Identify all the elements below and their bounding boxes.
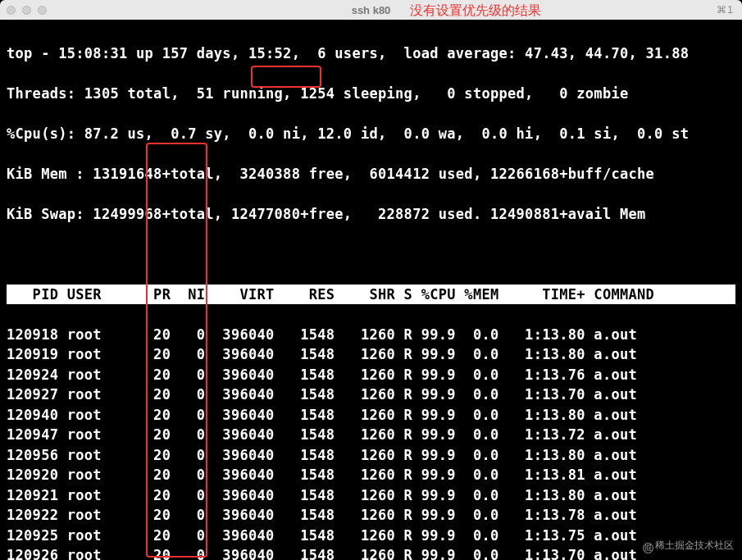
process-row: 120926 root 20 0 396040 1548 1260 R 99.9…	[7, 545, 735, 560]
blank-line	[7, 244, 735, 265]
top-summary-line-5: KiB Swap: 12499968+total, 12477080+free,…	[7, 204, 735, 225]
zoom-button[interactable]	[38, 6, 47, 15]
process-list: 120918 root 20 0 396040 1548 1260 R 99.9…	[7, 325, 735, 561]
process-row: 120947 root 20 0 396040 1548 1260 R 99.9…	[7, 425, 735, 445]
watermark: 掘稀土掘金技术社区	[643, 539, 734, 553]
process-row: 120918 root 20 0 396040 1548 1260 R 99.9…	[7, 325, 735, 345]
process-row: 120927 root 20 0 396040 1548 1260 R 99.9…	[7, 385, 735, 405]
tab-shortcut: ⌘1	[717, 4, 734, 16]
window-titlebar: ssh k80 ⌘1	[0, 0, 742, 20]
process-row: 120924 root 20 0 396040 1548 1260 R 99.9…	[7, 365, 735, 385]
watermark-text: 稀土掘金技术社区	[655, 540, 734, 551]
top-summary-line-1: top - 15:08:31 up 157 days, 15:52, 6 use…	[7, 43, 735, 64]
window-title: ssh k80	[352, 4, 391, 16]
process-row: 120925 root 20 0 396040 1548 1260 R 99.9…	[7, 526, 735, 546]
process-row: 120920 root 20 0 396040 1548 1260 R 99.9…	[7, 465, 735, 485]
watermark-icon: 掘	[643, 543, 653, 553]
top-summary-line-3: %Cpu(s): 87.2 us, 0.7 sy, 0.0 ni, 12.0 i…	[7, 124, 735, 144]
annotation-text: 没有设置优先级的结果	[410, 2, 541, 20]
top-summary-line-4: KiB Mem : 13191648+total, 3240388 free, …	[7, 164, 735, 184]
traffic-lights	[7, 6, 47, 15]
process-row: 120956 root 20 0 396040 1548 1260 R 99.9…	[7, 445, 735, 466]
process-row: 120919 root 20 0 396040 1548 1260 R 99.9…	[7, 344, 735, 365]
process-row: 120921 root 20 0 396040 1548 1260 R 99.9…	[7, 485, 735, 506]
minimize-button[interactable]	[22, 6, 31, 15]
close-button[interactable]	[7, 6, 16, 15]
terminal-output[interactable]: top - 15:08:31 up 157 days, 15:52, 6 use…	[0, 20, 742, 560]
top-summary-line-2: Threads: 1305 total, 51 running, 1254 sl…	[7, 84, 735, 104]
column-headers: PID USER PR NI VIRT RES SHR S %CPU %MEM …	[7, 285, 735, 305]
process-row: 120922 root 20 0 396040 1548 1260 R 99.9…	[7, 505, 735, 526]
process-row: 120940 root 20 0 396040 1548 1260 R 99.9…	[7, 405, 735, 426]
